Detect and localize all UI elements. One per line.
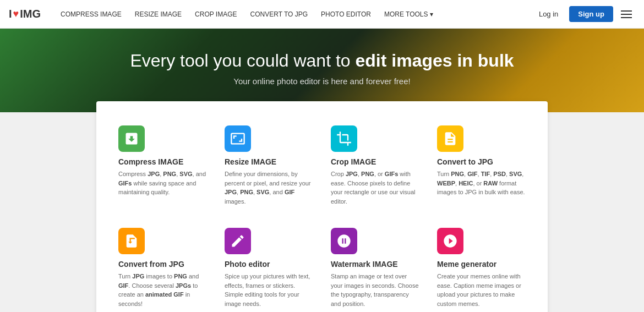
tool-title-convert-from-jpg: Convert from JPG	[118, 260, 207, 269]
tool-item-header-photo-editor	[225, 228, 313, 254]
tool-item-header-compress-image	[118, 125, 207, 152]
tool-item-convert-from-jpg[interactable]: Convert from JPG Turn JPG images to PNG …	[110, 217, 216, 312]
logo-text-img: IMG	[20, 8, 41, 20]
tools-grid: Compress IMAGE Compress JPG, PNG, SVG, a…	[110, 114, 534, 312]
tool-icon-crop-image	[331, 125, 357, 152]
tool-title-photo-editor: Photo editor	[225, 260, 313, 269]
tool-item-header-convert-from-jpg	[118, 228, 207, 254]
tool-icon-convert-jpg	[437, 125, 463, 152]
hero-title-bold: edit images in bulk	[356, 51, 514, 70]
tool-icon-resize-image	[225, 125, 251, 152]
login-button[interactable]: Log in	[532, 7, 565, 21]
logo[interactable]: I♥IMG	[9, 8, 41, 20]
tool-desc-photo-editor: Spice up your pictures with text, effect…	[225, 272, 313, 308]
nav-link-photo-editor[interactable]: PHOTO EDITOR	[314, 0, 378, 29]
tool-item-compress-image[interactable]: Compress IMAGE Compress JPG, PNG, SVG, a…	[110, 114, 216, 217]
hamburger-menu-button[interactable]	[618, 7, 635, 21]
tool-item-header-resize-image	[225, 125, 313, 152]
tool-desc-watermark-image: Stamp an image or text over your images …	[331, 272, 419, 308]
tool-icon-watermark-image	[331, 228, 357, 254]
tool-desc-convert-jpg: Turn PNG, GIF, TIF, PSD, SVG, WEBP, HEIC…	[437, 169, 526, 197]
nav-link-compress[interactable]: COMPRESS IMAGE	[54, 0, 128, 29]
nav-link-resize[interactable]: RESIZE IMAGE	[128, 0, 188, 29]
tool-item-header-crop-image	[331, 125, 419, 152]
tool-item-header-watermark-image	[331, 228, 419, 254]
hamburger-line-3	[621, 17, 632, 18]
logo-text-i: I	[9, 8, 12, 20]
tool-icon-meme-generator	[437, 228, 463, 254]
tool-desc-meme-generator: Create your memes online with ease. Capt…	[437, 272, 526, 308]
tool-icon-convert-from-jpg	[118, 228, 145, 254]
tool-item-photo-editor[interactable]: Photo editor Spice up your pictures with…	[216, 217, 322, 312]
hero-title-normal: Every tool you could want to	[130, 51, 350, 70]
hero-section: Every tool you could want to edit images…	[0, 29, 644, 112]
tool-item-header-convert-jpg	[437, 125, 526, 152]
nav-link-more-tools[interactable]: MORE TOOLS ▾	[378, 0, 440, 29]
nav-links: COMPRESS IMAGERESIZE IMAGECROP IMAGECONV…	[54, 0, 532, 29]
tool-desc-crop-image: Crop JPG, PNG, or GIFs with ease. Choose…	[331, 169, 419, 206]
tool-title-convert-jpg: Convert to JPG	[437, 157, 526, 166]
hero-title: Every tool you could want to edit images…	[11, 51, 633, 71]
tool-title-meme-generator: Meme generator	[437, 260, 526, 269]
navbar: I♥IMG COMPRESS IMAGERESIZE IMAGECROP IMA…	[0, 0, 644, 29]
tool-title-watermark-image: Watermark IMAGE	[331, 260, 419, 269]
tool-item-convert-jpg[interactable]: Convert to JPG Turn PNG, GIF, TIF, PSD, …	[428, 114, 534, 217]
tool-icon-compress-image	[118, 125, 145, 152]
hamburger-line-2	[621, 14, 632, 15]
tools-card: Compress IMAGE Compress JPG, PNG, SVG, a…	[96, 101, 548, 312]
tool-item-watermark-image[interactable]: Watermark IMAGE Stamp an image or text o…	[322, 217, 428, 312]
tool-item-resize-image[interactable]: Resize IMAGE Define your dimensions, by …	[216, 114, 322, 217]
tool-title-compress-image: Compress IMAGE	[118, 157, 207, 166]
nav-right: Log in Sign up	[532, 6, 635, 22]
tool-item-header-meme-generator	[437, 228, 526, 254]
logo-heart: ♥	[13, 8, 19, 20]
tool-desc-resize-image: Define your dimensions, by percent or pi…	[225, 169, 313, 206]
tool-item-meme-generator[interactable]: Meme generator Create your memes online …	[428, 217, 534, 312]
hamburger-line-1	[621, 10, 632, 12]
main-content: Compress IMAGE Compress JPG, PNG, SVG, a…	[0, 101, 644, 312]
signup-button[interactable]: Sign up	[569, 6, 613, 22]
tool-desc-convert-from-jpg: Turn JPG images to PNG and GIF. Choose s…	[118, 272, 207, 308]
nav-link-crop[interactable]: CROP IMAGE	[188, 0, 243, 29]
tool-icon-photo-editor	[225, 228, 251, 254]
tool-item-crop-image[interactable]: Crop IMAGE Crop JPG, PNG, or GIFs with e…	[322, 114, 428, 217]
hero-subtitle: Your online photo editor is here and for…	[11, 76, 633, 86]
nav-link-convert[interactable]: CONVERT TO JPG	[244, 0, 314, 29]
tool-title-crop-image: Crop IMAGE	[331, 157, 419, 166]
tool-title-resize-image: Resize IMAGE	[225, 157, 313, 166]
tool-desc-compress-image: Compress JPG, PNG, SVG, and GIFs while s…	[118, 169, 207, 197]
